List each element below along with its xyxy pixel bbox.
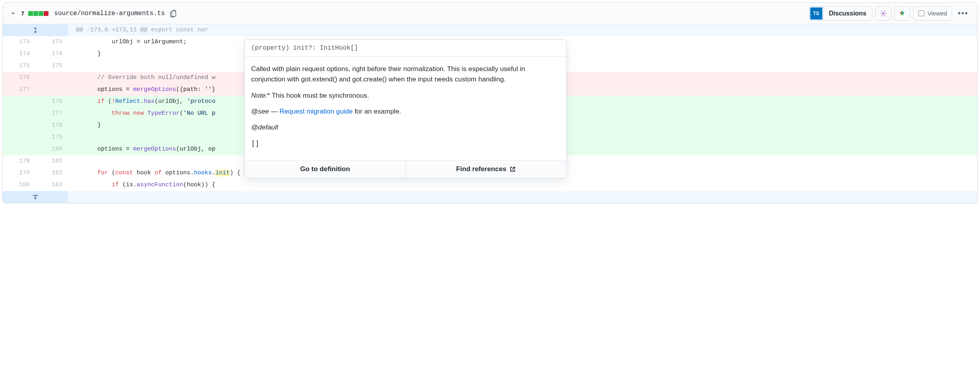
typescript-badge[interactable]: TS — [809, 6, 823, 21]
external-link-icon — [509, 166, 516, 172]
popover-actions: Go to definition Find references — [245, 160, 566, 178]
line-gutter: 177 — [3, 108, 68, 120]
popover-see-link[interactable]: Request migration guide — [279, 108, 352, 115]
expand-below-button[interactable] — [3, 191, 68, 203]
line-gutter: 178 — [3, 120, 68, 131]
collapse-toggle[interactable] — [9, 10, 17, 17]
expand-below-row — [3, 191, 977, 203]
copy-path-icon[interactable] — [169, 9, 178, 18]
popover-default-label: @default — [251, 122, 560, 133]
line-gutter: 179182 — [3, 167, 68, 179]
codestream-button[interactable] — [894, 6, 910, 21]
popover-note: Note:* This hook must be synchronous. — [251, 91, 560, 101]
line-gutter: 173173 — [3, 36, 68, 48]
diff-square — [39, 11, 43, 16]
line-gutter: 180183 — [3, 179, 68, 191]
file-header: 7 source/normalize-arguments.ts TS Discu… — [3, 3, 977, 24]
diff-square — [28, 11, 33, 16]
viewed-toggle[interactable]: Viewed — [913, 6, 952, 21]
diff-stat-squares — [28, 11, 48, 16]
diff-square — [33, 11, 38, 16]
diff-line[interactable]: 180183 if (is.asyncFunction(hook)) { — [3, 179, 977, 191]
diff-file-container: 7 source/normalize-arguments.ts TS Discu… — [2, 2, 978, 203]
viewed-label: Viewed — [928, 10, 947, 17]
line-gutter: 180 — [3, 143, 68, 155]
sourcegraph-button[interactable] — [875, 6, 891, 21]
line-gutter: 176 — [3, 72, 68, 84]
line-gutter: 175175 — [3, 60, 68, 72]
discussions-button[interactable]: Discussions — [823, 6, 872, 21]
hover-popover: (property) init?: InitHook[] Called with… — [244, 39, 567, 178]
viewed-checkbox[interactable] — [918, 10, 924, 16]
line-gutter: 179 — [3, 131, 68, 143]
line-gutter: 176 — [3, 96, 68, 108]
file-path[interactable]: source/normalize-arguments.ts — [54, 10, 165, 17]
popover-default-value: [] — [251, 139, 560, 149]
popover-body: Called with plain request options, right… — [245, 57, 566, 160]
change-count: 7 — [21, 10, 24, 17]
header-actions: TS Discussions Viewed ••• — [809, 6, 971, 21]
line-code: if (is.asyncFunction(hook)) { — [68, 179, 977, 191]
ts-discussions-group: TS Discussions — [809, 6, 872, 21]
hunk-header-row: @@ -173,8 +173,11 @@ export const nor — [3, 24, 977, 36]
line-gutter: 174174 — [3, 48, 68, 60]
line-gutter: 178181 — [3, 155, 68, 167]
popover-see: @see — Request migration guide for an ex… — [251, 106, 560, 117]
find-references-button[interactable]: Find references — [405, 160, 566, 178]
go-to-definition-button[interactable]: Go to definition — [245, 160, 405, 178]
expand-hunk-button[interactable] — [3, 24, 68, 36]
more-actions-icon[interactable]: ••• — [955, 9, 971, 18]
line-gutter: 177 — [3, 84, 68, 96]
svg-rect-0 — [172, 11, 176, 16]
diff-square — [44, 11, 48, 16]
popover-signature: (property) init?: InitHook[] — [245, 40, 566, 57]
hunk-header-text: @@ -173,8 +173,11 @@ export const nor — [68, 24, 977, 36]
popover-description: Called with plain request options, right… — [251, 64, 560, 85]
